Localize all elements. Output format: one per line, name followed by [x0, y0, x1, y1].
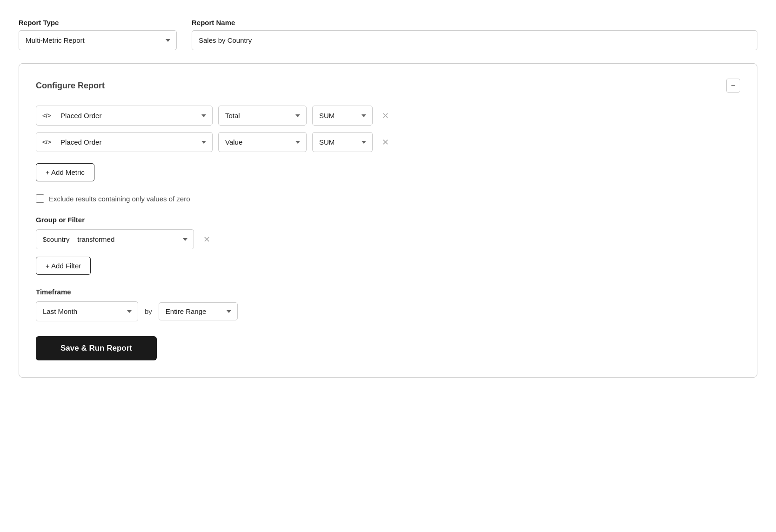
group-filter-section: Group or Filter $country__transformed $c… — [36, 216, 740, 288]
report-type-select[interactable]: Multi-Metric Report Single Metric Report… — [19, 30, 177, 50]
metric-field-2-wrapper: Total Value Count Average — [218, 132, 307, 152]
range-select[interactable]: Entire Range Day Week Month — [159, 302, 238, 320]
exclude-zero-row: Exclude results containing only values o… — [36, 194, 740, 203]
timeframe-select-wrapper: Last Month Last 7 Days Last 30 Days Last… — [36, 301, 138, 321]
metric-field-2-select[interactable]: Total Value Count Average — [218, 132, 307, 152]
metric-row: </> Placed Order Viewed Product Added to… — [36, 106, 740, 126]
metric-1-remove-button[interactable]: ✕ — [378, 110, 393, 122]
metric-agg-2-select[interactable]: SUM AVG MIN MAX COUNT — [312, 132, 373, 152]
range-select-wrapper: Entire Range Day Week Month — [159, 302, 238, 320]
save-run-button[interactable]: Save & Run Report — [36, 336, 157, 360]
metric-2-remove-button[interactable]: ✕ — [378, 136, 393, 148]
metrics-section: </> Placed Order Viewed Product Added to… — [36, 106, 740, 152]
timeframe-section: Timeframe Last Month Last 7 Days Last 30… — [36, 288, 740, 321]
metric-event-1-select[interactable]: Placed Order Viewed Product Added to Car… — [36, 106, 213, 126]
exclude-zero-checkbox[interactable] — [36, 194, 44, 203]
timeframe-select[interactable]: Last Month Last 7 Days Last 30 Days Last… — [36, 301, 138, 321]
metric-row: </> Placed Order Viewed Product Added to… — [36, 132, 740, 152]
group-filter-label: Group or Filter — [36, 216, 740, 224]
timeframe-row: Last Month Last 7 Days Last 30 Days Last… — [36, 301, 740, 321]
report-name-label: Report Name — [192, 19, 757, 27]
metric-event-2-select[interactable]: Placed Order Viewed Product Added to Car… — [36, 132, 213, 152]
configure-title: Configure Report — [36, 81, 105, 91]
report-name-input[interactable] — [192, 30, 757, 50]
collapse-button[interactable]: − — [726, 79, 740, 93]
filter-remove-button[interactable]: ✕ — [200, 233, 214, 246]
exclude-zero-label: Exclude results containing only values o… — [49, 195, 190, 203]
report-name-field: Report Name — [192, 19, 757, 50]
metric-field-1-select[interactable]: Total Value Count Average — [218, 106, 307, 126]
metric-event-1-wrapper: </> Placed Order Viewed Product Added to… — [36, 106, 213, 126]
report-type-label: Report Type — [19, 19, 177, 27]
configure-card: Configure Report − </> Placed Order View… — [19, 63, 757, 378]
filter-select-wrapper: $country__transformed $city $region $dev… — [36, 229, 194, 249]
add-metric-button[interactable]: + Add Metric — [36, 163, 94, 181]
by-label: by — [145, 307, 152, 315]
timeframe-label: Timeframe — [36, 288, 740, 296]
metric-agg-2-wrapper: SUM AVG MIN MAX COUNT — [312, 132, 373, 152]
metric-field-1-wrapper: Total Value Count Average — [218, 106, 307, 126]
report-type-select-wrapper: Multi-Metric Report Single Metric Report… — [19, 30, 177, 50]
filter-select[interactable]: $country__transformed $city $region $dev… — [36, 229, 194, 249]
metric-agg-1-select[interactable]: SUM AVG MIN MAX COUNT — [312, 106, 373, 126]
report-type-field: Report Type Multi-Metric Report Single M… — [19, 19, 177, 50]
filter-row: $country__transformed $city $region $dev… — [36, 229, 740, 249]
configure-header: Configure Report − — [36, 79, 740, 93]
metric-event-2-wrapper: </> Placed Order Viewed Product Added to… — [36, 132, 213, 152]
metric-agg-1-wrapper: SUM AVG MIN MAX COUNT — [312, 106, 373, 126]
add-filter-button[interactable]: + Add Filter — [36, 257, 91, 275]
top-section: Report Type Multi-Metric Report Single M… — [19, 19, 757, 50]
